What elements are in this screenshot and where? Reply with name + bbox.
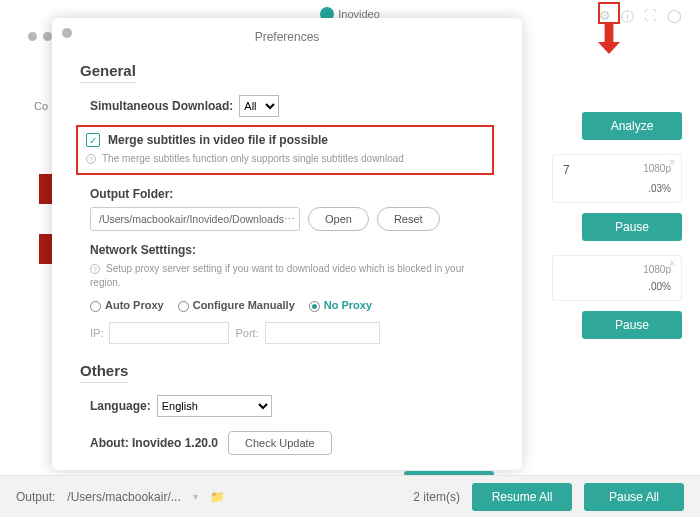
resume-all-button[interactable]: Resume All (472, 483, 572, 511)
section-general: General (80, 62, 136, 83)
network-label: Network Setttings: (90, 243, 196, 257)
download-card: × 7 1080p .03% (552, 154, 682, 203)
network-note: Setup proxy server setting if you want t… (90, 263, 465, 288)
no-proxy-radio[interactable]: No Proxy (309, 299, 372, 312)
info-icon: ? (90, 264, 100, 274)
language-label: Language: (90, 399, 151, 413)
more-icon[interactable]: ⋯ (284, 213, 295, 225)
simultaneous-label: Simultaneous Download: (90, 99, 233, 113)
ip-input[interactable] (109, 322, 229, 344)
port-label: Port: (235, 327, 258, 339)
dialog-title: Preferences (80, 30, 494, 44)
merge-note: The merge subtitles function only suppor… (102, 153, 404, 164)
settings-highlight-box (598, 2, 620, 24)
card-resolution: 1080p (643, 264, 671, 275)
status-bar: Output: /Users/macbookair/... ▾ 📁 2 item… (0, 475, 700, 517)
configure-manually-radio[interactable]: Configure Manually (178, 299, 295, 312)
download-card: × 1080p .00% (552, 255, 682, 301)
dialog-close-icon[interactable] (62, 28, 72, 38)
card-progress: .03% (563, 183, 671, 194)
open-button[interactable]: Open (308, 207, 369, 231)
folder-icon[interactable]: 📁 (210, 490, 225, 504)
auto-proxy-radio[interactable]: Auto Proxy (90, 299, 164, 312)
language-select[interactable]: English (157, 395, 272, 417)
preferences-dialog: Preferences General Simultaneous Downloa… (52, 18, 522, 470)
item-count: 2 item(s) (413, 490, 460, 504)
column-header: Co (34, 100, 48, 112)
list-thumbnail (39, 174, 52, 204)
list-thumbnail (39, 234, 52, 264)
output-path-text: /Users/macbookair/Inovideo/Downloads (99, 213, 284, 225)
check-update-button[interactable]: Check Update (228, 431, 332, 455)
output-label: Output Folder: (90, 187, 173, 201)
about-label: About: Inovideo 1.20.0 (90, 436, 218, 450)
pause-button[interactable]: Pause (582, 213, 682, 241)
simultaneous-select[interactable]: All (239, 95, 279, 117)
settings-highlight-arrow (598, 24, 620, 54)
merge-highlight-box: ✓ Merge subtitles in video file if possi… (76, 125, 494, 175)
port-input[interactable] (265, 322, 380, 344)
pause-all-button[interactable]: Pause All (584, 483, 684, 511)
ip-label: IP: (90, 327, 103, 339)
output-label: Output: (16, 490, 55, 504)
cart-icon[interactable]: ⛶ (644, 8, 657, 26)
info-icon: ? (86, 154, 96, 164)
card-number: 7 (563, 163, 570, 177)
close-icon[interactable]: × (669, 258, 675, 269)
card-resolution: 1080p (643, 163, 671, 177)
section-others: Others (80, 362, 128, 383)
help-icon[interactable]: ◯ (667, 8, 682, 26)
analyze-button[interactable]: Analyze (582, 112, 682, 140)
output-path: /Users/macbookair/... (67, 490, 180, 504)
merge-label: Merge subtitles in video file if possibl… (108, 133, 328, 147)
merge-checkbox[interactable]: ✓ (86, 133, 100, 147)
close-icon[interactable]: × (669, 157, 675, 168)
pause-button[interactable]: Pause (582, 311, 682, 339)
chevron-down-icon[interactable]: ▾ (193, 491, 198, 502)
info-icon[interactable]: ⓘ (621, 8, 634, 26)
output-path-field[interactable]: /Users/macbookair/Inovideo/Downloads ⋯ (90, 207, 300, 231)
reset-button[interactable]: Reset (377, 207, 440, 231)
card-progress: .00% (563, 281, 671, 292)
